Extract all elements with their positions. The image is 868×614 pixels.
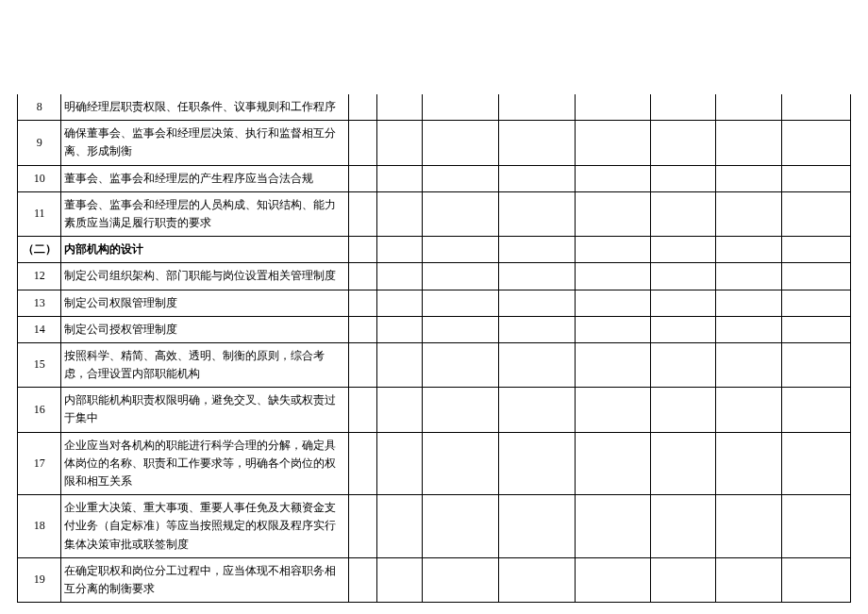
row-description: 明确经理层职责权限、任职条件、议事规则和工作程序 xyxy=(61,94,348,121)
blank-cell xyxy=(423,237,499,263)
blank-cell xyxy=(377,316,423,342)
table-row: 13制定公司权限管理制度 xyxy=(18,290,851,316)
blank-cell xyxy=(651,191,716,236)
row-number: 16 xyxy=(18,388,61,432)
blank-cell xyxy=(575,557,651,602)
row-description: 内部机构的设计 xyxy=(61,237,348,263)
blank-cell xyxy=(651,557,716,602)
blank-cell xyxy=(782,121,851,165)
blank-cell xyxy=(651,342,716,387)
blank-cell xyxy=(377,94,423,121)
blank-cell xyxy=(715,237,782,263)
blank-cell xyxy=(782,432,851,495)
table-row: 14制定公司授权管理制度 xyxy=(18,316,851,342)
table-row: 8明确经理层职责权限、任职条件、议事规则和工作程序 xyxy=(18,94,851,121)
blank-cell xyxy=(499,432,576,495)
blank-cell xyxy=(377,165,423,191)
row-description: 按照科学、精简、高效、透明、制衡的原则，综合考虑，合理设置内部职能机构 xyxy=(61,342,348,387)
blank-cell xyxy=(348,432,376,495)
blank-cell xyxy=(348,165,376,191)
blank-cell xyxy=(782,94,851,121)
blank-cell xyxy=(575,191,651,236)
blank-cell xyxy=(377,495,423,558)
blank-cell xyxy=(651,165,716,191)
blank-cell xyxy=(499,165,576,191)
row-number: 9 xyxy=(18,121,61,165)
blank-cell xyxy=(377,432,423,495)
blank-cell xyxy=(782,165,851,191)
blank-cell xyxy=(423,495,499,558)
blank-cell xyxy=(377,290,423,316)
row-number: 19 xyxy=(18,557,61,602)
row-description: 制定公司权限管理制度 xyxy=(61,290,348,316)
row-description: 董事会、监事会和经理层的人员构成、知识结构、能力素质应当满足履行职责的要求 xyxy=(61,191,348,236)
blank-cell xyxy=(782,557,851,602)
table-row: 18企业重大决策、重大事项、重要人事任免及大额资金支付业务（自定标准）等应当按照… xyxy=(18,495,851,558)
row-number: （二） xyxy=(18,237,61,263)
blank-cell xyxy=(499,290,576,316)
blank-cell xyxy=(423,290,499,316)
row-description: 企业应当对各机构的职能进行科学合理的分解，确定具体岗位的名称、职责和工作要求等，… xyxy=(61,432,348,495)
blank-cell xyxy=(715,121,782,165)
blank-cell xyxy=(348,121,376,165)
row-description: 确保董事会、监事会和经理层决策、执行和监督相互分离、形成制衡 xyxy=(61,121,348,165)
row-number: 12 xyxy=(18,263,61,290)
assessment-table: 8明确经理层职责权限、任职条件、议事规则和工作程序9确保董事会、监事会和经理层决… xyxy=(17,94,851,603)
blank-cell xyxy=(575,263,651,290)
blank-cell xyxy=(782,237,851,263)
blank-cell xyxy=(423,557,499,602)
blank-cell xyxy=(575,432,651,495)
blank-cell xyxy=(499,121,576,165)
blank-cell xyxy=(348,191,376,236)
blank-cell xyxy=(715,388,782,432)
blank-cell xyxy=(715,165,782,191)
blank-cell xyxy=(377,191,423,236)
blank-cell xyxy=(423,94,499,121)
blank-cell xyxy=(715,263,782,290)
row-description: 在确定职权和岗位分工过程中，应当体现不相容职务相互分离的制衡要求 xyxy=(61,557,348,602)
table-row: 12制定公司组织架构、部门职能与岗位设置相关管理制度 xyxy=(18,263,851,290)
row-number: 14 xyxy=(18,316,61,342)
table-row: 17企业应当对各机构的职能进行科学合理的分解，确定具体岗位的名称、职责和工作要求… xyxy=(18,432,851,495)
blank-cell xyxy=(499,495,576,558)
blank-cell xyxy=(575,94,651,121)
blank-cell xyxy=(575,290,651,316)
blank-cell xyxy=(651,263,716,290)
blank-cell xyxy=(782,290,851,316)
blank-cell xyxy=(782,495,851,558)
blank-cell xyxy=(377,121,423,165)
blank-cell xyxy=(377,388,423,432)
blank-cell xyxy=(499,191,576,236)
row-number: 13 xyxy=(18,290,61,316)
blank-cell xyxy=(423,388,499,432)
blank-cell xyxy=(651,290,716,316)
blank-cell xyxy=(348,237,376,263)
blank-cell xyxy=(575,342,651,387)
blank-cell xyxy=(715,557,782,602)
blank-cell xyxy=(782,388,851,432)
blank-cell xyxy=(348,290,376,316)
blank-cell xyxy=(423,121,499,165)
blank-cell xyxy=(499,342,576,387)
blank-cell xyxy=(715,342,782,387)
row-description: 内部职能机构职责权限明确，避免交叉、缺失或权责过于集中 xyxy=(61,388,348,432)
blank-cell xyxy=(651,121,716,165)
blank-cell xyxy=(715,191,782,236)
blank-cell xyxy=(499,263,576,290)
blank-cell xyxy=(423,191,499,236)
blank-cell xyxy=(423,342,499,387)
blank-cell xyxy=(715,316,782,342)
blank-cell xyxy=(348,388,376,432)
blank-cell xyxy=(377,263,423,290)
blank-cell xyxy=(651,432,716,495)
blank-cell xyxy=(651,316,716,342)
blank-cell xyxy=(575,388,651,432)
row-description: 企业重大决策、重大事项、重要人事任免及大额资金支付业务（自定标准）等应当按照规定… xyxy=(61,495,348,558)
row-number: 18 xyxy=(18,495,61,558)
blank-cell xyxy=(348,557,376,602)
blank-cell xyxy=(348,263,376,290)
blank-cell xyxy=(423,263,499,290)
blank-cell xyxy=(715,290,782,316)
row-description: 制定公司组织架构、部门职能与岗位设置相关管理制度 xyxy=(61,263,348,290)
blank-cell xyxy=(575,495,651,558)
